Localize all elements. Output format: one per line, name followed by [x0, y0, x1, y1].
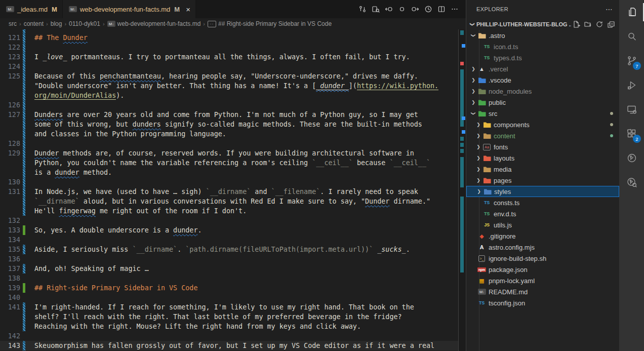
activity-search[interactable] — [619, 24, 644, 49]
tree-item[interactable]: ❯.vscode — [466, 74, 619, 86]
editor-line[interactable]: 130 — [0, 177, 466, 187]
editor-line[interactable]: 125Because of this penchantmanteau, hear… — [0, 71, 466, 81]
editor-line[interactable]: org/moin/DunderAlias). — [0, 91, 466, 100]
editor-line[interactable]: 123I _love_ portmanteaus. I try to portm… — [0, 52, 466, 62]
chevron-right-icon[interactable]: ❯ — [474, 178, 482, 183]
chevron-right-icon[interactable]: ❯ — [469, 89, 477, 94]
breadcrumb-item[interactable]: content — [24, 20, 44, 27]
breadcrumb-item[interactable]: 0110-dyk01 — [69, 20, 100, 27]
tree-item[interactable]: ❯layouts — [466, 152, 619, 164]
tree-item[interactable]: ❯TSconsts.ts — [466, 197, 619, 208]
activity-gitlens-inspect[interactable] — [619, 170, 644, 194]
close-icon[interactable]: × — [186, 6, 190, 13]
editor-line[interactable]: 121## The Dunder — [0, 33, 466, 43]
chevron-right-icon[interactable]: ❯ — [469, 66, 477, 71]
editor-line[interactable]: 137And, oh! Speaking of magic … — [0, 264, 466, 274]
editor-line[interactable]: "Double underscore" isn't any better. Th… — [0, 81, 466, 91]
editor-line[interactable]: 135Aside, I seriously miss `__dirname`. … — [0, 245, 466, 254]
tree-item[interactable]: ❯M↓README.md — [466, 286, 619, 297]
editor-line[interactable]: 131In Node.js, we have (used to have … s… — [0, 187, 466, 197]
overview-ruler[interactable] — [458, 29, 466, 351]
editor-line[interactable]: 134 — [0, 235, 466, 245]
editor-line[interactable] — [0, 29, 466, 33]
editor-line[interactable]: 142 — [0, 331, 466, 341]
explorer-section-header[interactable]: ❯ PHILLIP-LUTHER-WEBSITE-BLOG ... — [466, 18, 619, 30]
editor-line[interactable]: 127Dunders are over 20 years old and com… — [0, 110, 466, 120]
refresh-explorer-icon[interactable] — [594, 19, 605, 29]
chevron-down-icon[interactable]: ❯ — [470, 20, 475, 28]
editor-line[interactable]: Python, you couldn't name the variable r… — [0, 158, 466, 168]
open-changes-icon[interactable] — [396, 3, 408, 15]
more-actions-icon[interactable] — [449, 3, 461, 15]
chevron-right-icon[interactable]: ❯ — [474, 144, 482, 149]
tree-item[interactable]: ❯TStsconfig.json — [466, 297, 619, 308]
tree-item[interactable]: ❯TSicon.d.ts — [466, 41, 619, 52]
editor-line[interactable]: shelf? I'll reach with the right. That l… — [0, 312, 466, 322]
breadcrumb-item[interactable]: ··## Right-side Primary Sidebar in VS Co… — [208, 20, 332, 27]
tree-item[interactable]: ❯node_modules — [466, 86, 619, 97]
tree-item[interactable]: ❯src — [466, 108, 619, 119]
tree-item[interactable]: ❯>_ignore-build-step.sh — [466, 253, 619, 264]
more-actions-icon[interactable]: ⋯ — [606, 5, 613, 13]
new-folder-icon[interactable] — [583, 19, 593, 29]
editor-line[interactable]: 136 — [0, 254, 466, 264]
editor-line[interactable]: 133So, yes. A double underscore is a dun… — [0, 225, 466, 235]
tab[interactable]: M↓web-development-fun-facts.mdM× — [63, 0, 196, 18]
editor-line[interactable]: 132 — [0, 216, 466, 225]
tree-item[interactable]: ❯Aafonts — [466, 141, 619, 152]
tree-item[interactable]: ❯pages — [466, 175, 619, 186]
chevron-right-icon[interactable]: ❯ — [474, 155, 482, 161]
breadcrumb-item[interactable]: blog — [51, 20, 62, 27]
chevron-right-icon[interactable]: ❯ — [469, 100, 477, 105]
editor-line[interactable]: 129Dunder methods are, of course, reserv… — [0, 148, 466, 158]
chevron-right-icon[interactable]: ❯ — [474, 122, 482, 127]
chevron-right-icon[interactable]: ❯ — [475, 189, 483, 194]
editor-line[interactable]: He'll fingerwag me right out of the room… — [0, 206, 466, 216]
new-file-icon[interactable] — [571, 19, 581, 29]
editor-line[interactable]: 140 — [0, 293, 466, 302]
tree-item[interactable]: ❯npmpackage.json — [466, 264, 619, 275]
tree-item[interactable]: ❯content — [466, 130, 619, 141]
tree-item[interactable]: ❯styles — [466, 186, 619, 197]
chevron-right-icon[interactable]: ❯ — [474, 133, 482, 138]
compare-changes-icon[interactable] — [356, 3, 369, 15]
activity-remote-explorer[interactable] — [619, 97, 644, 122]
chevron-down-icon[interactable]: ❯ — [471, 31, 476, 40]
split-editor-icon[interactable] — [435, 3, 448, 15]
tree-item[interactable]: ❯public — [466, 97, 619, 108]
tree-item[interactable]: ❯TSenv.d.ts — [466, 208, 619, 219]
editor-line[interactable]: 138 — [0, 274, 466, 283]
editor-line[interactable]: 141I'm right-handed. If I reach for some… — [0, 302, 466, 312]
tab[interactable]: M↓_ideas.mdM — [0, 0, 63, 18]
editor-line[interactable]: some of this wrong, but dunders signify … — [0, 120, 466, 129]
tree-item[interactable]: ❯▦pnpm-lock.yaml — [466, 275, 619, 286]
breadcrumb-item[interactable]: M↓web-development-fun-facts.md — [107, 20, 201, 27]
activity-extensions[interactable]: 2 — [619, 122, 644, 146]
editor-line[interactable]: 122 — [0, 43, 466, 52]
tree-item[interactable]: ❯.astro — [466, 30, 619, 41]
tree-item[interactable]: ❯◆.gitignore — [466, 230, 619, 242]
editor-line[interactable]: 126 — [0, 100, 466, 110]
editor-line[interactable]: Reaching with the right. Mouse? Lift the… — [0, 322, 466, 331]
editor[interactable]: 121## The Dunder122123I _love_ portmante… — [0, 29, 466, 351]
chevron-right-icon[interactable]: ❯ — [474, 167, 482, 172]
collapse-folders-icon[interactable] — [606, 19, 616, 29]
activity-run-and-debug[interactable] — [619, 73, 644, 97]
chevron-down-icon[interactable]: ❯ — [471, 109, 476, 118]
activity-gitlens[interactable] — [619, 146, 644, 170]
tree-item[interactable]: ❯media — [466, 164, 619, 175]
editor-line[interactable]: 128 — [0, 139, 466, 148]
editor-line[interactable]: is a dunder method. — [0, 168, 466, 177]
editor-line[interactable]: `__dirname` aloud, but in various conver… — [0, 197, 466, 206]
editor-line[interactable]: 139## Right-side Primary Sidebar in VS C… — [0, 283, 466, 293]
chevron-right-icon[interactable]: ❯ — [469, 77, 477, 83]
navigate-previous-change-icon[interactable] — [383, 3, 395, 15]
open-preview-icon[interactable] — [370, 3, 382, 15]
editor-line[interactable]: 124 — [0, 62, 466, 71]
tree-item[interactable]: ❯TStypes.d.ts — [466, 52, 619, 63]
timeline-icon[interactable] — [422, 3, 434, 15]
editor-line[interactable]: 143Skeuomorphism has fallen grossly out … — [0, 341, 466, 350]
activity-source-control[interactable]: 7 — [619, 49, 644, 73]
navigate-next-change-icon[interactable] — [409, 3, 421, 15]
breadcrumb-item[interactable]: src — [9, 20, 17, 27]
